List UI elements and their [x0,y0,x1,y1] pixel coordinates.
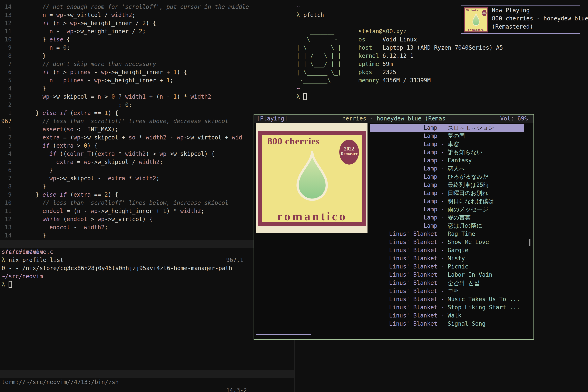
line-number: 2 [1,134,15,141]
cover-remaster-badge: 2022 Remaster [482,10,486,16]
line-number: 7 [1,61,15,68]
water-drop-icon [287,141,337,210]
queue-item[interactable]: Linus' Blanket - 순간의 진실 [370,279,524,287]
line-number: 5 [1,159,15,166]
cover-remaster-badge: 2022 Remaster [339,140,359,164]
album-cover: 800 cherries 2022 Remaster romantico [464,7,488,32]
code-line: 4 if ((colnr_T)(extra * width2) > wp->w_… [1,150,296,158]
album-cover: 800 cherries 2022 Remaster romantico [258,131,366,226]
code-line: 13 n = wp->w_virtcol / width2; [1,11,296,19]
code-line: 14 } [1,232,296,240]
queue-item[interactable]: Linus' Blanket - Walk [370,312,524,320]
line-number: 6 [1,167,15,174]
queue-item[interactable]: Linus' Blanket - Labor In Vain [370,271,524,279]
queue-item[interactable]: Linus' Blanket - Signal Song [370,320,524,328]
code-line: 7 // don't skip more than necessary [1,60,296,68]
queue-item[interactable]: Lamp - ひろがるなみだ [370,173,524,181]
terminal-line: | \ ___ \ | host Laptop 13 (AMD Ryzen 70… [296,44,588,52]
notification-track: 800 cherries - honeydew blue [492,14,588,23]
line-number: 11 [1,208,15,214]
queue-scrollbar[interactable] [529,239,530,246]
code-line: 12 while (endcol > wp->w_virtcol) { [1,215,296,223]
line-number: 2 [1,102,15,108]
notification-track-suffix: (Remastered) [492,23,533,31]
code-line: 967 // less than 'scrolloff' lines above… [1,117,296,125]
code-line: 6 if (n > plines - wp->w_height_inner + … [1,68,296,76]
queue-item[interactable]: Lamp - スロ～モ～ション [370,124,524,132]
line-number: 1 [1,126,15,133]
shell-line: ~/src/neovim [2,272,296,280]
queue-item[interactable]: Linus' Blanket - Picnic [370,262,524,271]
queue-item[interactable]: Linus' Blanket - Gargle [370,246,524,254]
embedded-terminal[interactable]: ~/src/neovimλ nix profile list0 - - /nix… [0,248,296,289]
album-cover-face: 800 cherries 2022 Remaster romantico [262,135,362,222]
shell-line: λ [2,280,296,289]
terminal-line: | | / \ | | kernel 6.12.12_1 [296,52,588,60]
terminal-line: -_______\ memory 4356M / 31399M [296,76,588,84]
line-number: 8 [1,183,15,190]
queue-item[interactable]: Linus' Blanket - Rag Time [370,230,524,238]
notification-title: Now Playing [492,6,530,14]
queue-item[interactable]: Lamp - Fantasy [370,156,524,164]
code-line: 6 } [1,166,296,174]
queue-item[interactable]: Lamp - 恋人へ [370,164,524,173]
queue-item[interactable]: Lamp - 最終列車は25時 [370,181,524,189]
code-line: 5 n = plines - wp->w_height_inner + 1; [1,76,296,84]
terminal-ruler: 14,3-2 [226,386,247,392]
nvim-statusline: src/nvim/move.c 967,1 [0,240,294,248]
queue-item[interactable]: Linus' Blanket - 고백 [370,287,524,295]
queue-item[interactable]: Linus' Blanket - Music Takes Us To ... [370,295,524,304]
terminal-line: ~ [296,84,588,93]
notification-album-thumbnail: 800 cherries 2022 Remaster romantico [464,7,488,32]
code-line: 1 } else if (extra == 1) { [1,109,296,117]
queue-item[interactable]: Lamp - 日曜日のお別れ [370,189,524,197]
code-line: 7 wp->w_skipcol -= extra * width2; [1,174,296,182]
code-line: 5 extra = wp->w_skipcol / width2; [1,158,296,166]
queue-item[interactable]: Lamp - 愛の言葉 [370,214,524,222]
line-number: 6 [1,69,15,76]
now-playing-marquee: herries - honeydew blue (Remas [254,114,534,123]
terminal-line: _ \______ - os Void Linux [296,36,588,44]
code-line: 12 if (n > wp->w_height_inner / 2) { [1,19,296,27]
shell-line: ~/src/neovim [2,248,296,256]
line-number: 967 [1,118,15,124]
shell-line: λ nix profile list [2,256,296,264]
code-line: 10 // less than 'scrolloff' lines below,… [1,199,296,207]
queue-item[interactable]: Linus' Blanket - Show Me Love [370,238,524,246]
line-number: 9 [1,44,15,51]
code-line: 9 n = 0; [1,44,296,52]
line-number: 9 [1,191,15,198]
water-drop-icon [470,10,482,28]
queue-item[interactable]: Lamp - 明日になれば僕は [370,197,524,206]
line-number: 3 [1,93,15,100]
code-buffer[interactable]: 14 // not enough room for 'scrolloff', p… [0,3,296,240]
cover-album-text: romantico [262,210,362,222]
line-number: 12 [1,20,15,26]
line-number: 14 [1,4,15,10]
code-line: 1 assert(so <= INT_MAX); [1,125,296,134]
line-number: 13 [1,224,15,231]
queue-item[interactable]: Lamp - 夢の国 [370,132,524,140]
terminal-line: λ [296,93,588,101]
queue-item[interactable]: Lamp - 車窓 [370,140,524,148]
track-progress-bar [256,334,311,335]
volume-indicator: Vol: 69% [500,114,528,123]
terminal-cursor [8,281,12,288]
shell-line: 0 - - /nix/store/cq3cx86h28j0y46ls0nhjzj… [2,264,296,272]
now-playing-notification: 800 cherries 2022 Remaster romantico Now… [460,5,580,34]
queue-item[interactable]: Linus' Blanket - Stop Liking Start ... [370,304,524,312]
queue-item[interactable]: Lamp - 誰も知らない [370,148,524,156]
code-line: 2 extra = (wp->w_skipcol + so * width2 -… [1,134,296,142]
line-number: 5 [1,77,15,84]
queue-item[interactable]: Lamp - 恋は月の蔭に [370,222,524,230]
line-number: 4 [1,85,15,92]
album-art-panel: 800 cherries 2022 Remaster romantico [256,123,368,233]
line-number: 3 [1,142,15,149]
queue-item[interactable]: Lamp - 雨のメッセージ [370,206,524,214]
album-cover-face: 800 cherries 2022 Remaster romantico [465,8,487,31]
queue-item[interactable]: Linus' Blanket - Misty [370,254,524,262]
line-number: 11 [1,28,15,35]
code-line: 11 endcol = (n - wp->w_height_inner + 1)… [1,207,296,215]
line-number: 7 [1,175,15,182]
terminal-line: | \______ \_| pkgs 2325 [296,68,588,76]
